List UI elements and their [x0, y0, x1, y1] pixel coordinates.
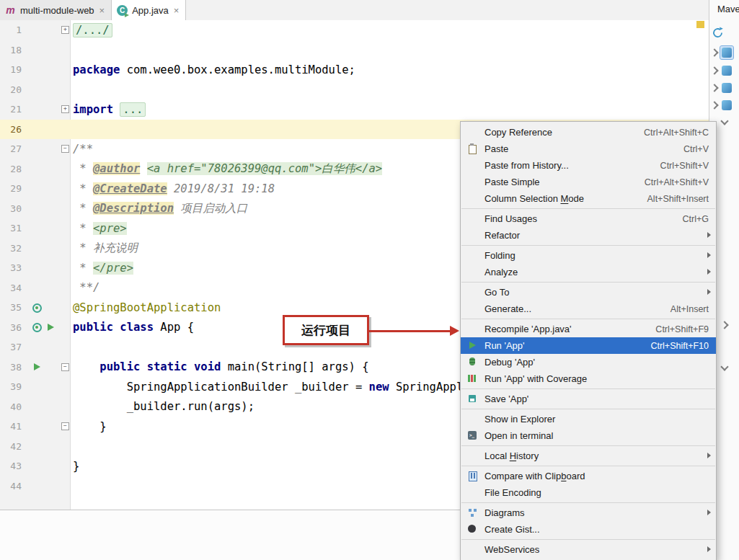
code-line[interactable]: 1+/.../	[0, 20, 709, 40]
line-number: 30	[0, 203, 27, 214]
run-icon[interactable]	[45, 321, 56, 333]
spring-icon[interactable]	[31, 302, 43, 314]
line-number: 32	[0, 243, 27, 254]
line-number: 19	[0, 64, 27, 75]
menu-item-copy-reference[interactable]: Copy ReferenceCtrl+Alt+Shift+C	[461, 124, 716, 141]
maven-refresh-icon[interactable]	[712, 27, 723, 38]
maven-module-row[interactable]	[712, 45, 733, 61]
menu-item-analyze[interactable]: Analyze	[461, 264, 716, 280]
fold-marker-icon[interactable]: −	[61, 363, 69, 371]
menu-item-label: Column Selection Mode	[484, 193, 584, 204]
gutter-icon-zone	[27, 302, 61, 314]
menu-shortcut: Ctrl+Shift+F10	[640, 341, 709, 351]
code-text: public static void main(String[] args) {	[73, 360, 369, 373]
maven-module-row[interactable]	[712, 63, 733, 79]
line-number: 40	[0, 401, 27, 412]
menu-shortcut: Ctrl+Shift+V	[650, 161, 709, 171]
code-text: _builder.run(args);	[73, 400, 255, 413]
maven-module-row[interactable]	[712, 97, 733, 113]
tab-multi-module-web[interactable]: m multi-module-web ×	[0, 0, 112, 20]
menu-item-create-gist[interactable]: Create Gist...	[461, 521, 716, 538]
maven-module-row[interactable]	[712, 80, 733, 96]
menu-item-open-in-terminal[interactable]: Open in terminal	[461, 427, 716, 444]
line-number: 34	[0, 283, 27, 293]
fold-marker-icon[interactable]: −	[61, 145, 69, 153]
maven-module-item[interactable]	[720, 99, 733, 112]
chevron-right-icon	[710, 66, 718, 74]
menu-separator	[461, 245, 715, 246]
menu-item-run-app[interactable]: Run 'App'Ctrl+Shift+F10	[461, 337, 716, 354]
save-icon	[466, 393, 478, 404]
line-number: 38	[0, 362, 27, 373]
line-number: 18	[0, 45, 27, 55]
menu-item-go-to[interactable]: Go To	[461, 284, 716, 301]
menu-item-show-in-explorer[interactable]: Show in Explorer	[461, 411, 716, 427]
menu-item-save-app[interactable]: Save 'App'	[461, 391, 716, 407]
menu-item-debug-app[interactable]: Debug 'App'	[461, 354, 716, 370]
menu-item-label: Run 'App' with Coverage	[484, 373, 587, 384]
spring-icon[interactable]	[31, 321, 43, 333]
menu-item-label: Find Usages	[484, 213, 537, 224]
menu-item-compare-with-clipboard[interactable]: Compare with Clipboard	[461, 468, 716, 484]
menu-item-webservices[interactable]: WebServices	[461, 541, 716, 558]
code-text: }	[73, 460, 79, 473]
code-line[interactable]: 21+import ...	[0, 99, 709, 120]
line-number: 1	[0, 25, 27, 35]
java-class-icon: C	[117, 5, 128, 16]
menu-separator	[461, 466, 715, 466]
code-text: public class App {	[73, 321, 194, 334]
menu-item-paste-from-history[interactable]: Paste from History...Ctrl+Shift+V	[461, 157, 716, 174]
menu-item-label: Run 'App'	[484, 340, 525, 351]
fold-marker-icon[interactable]: +	[61, 26, 69, 34]
menu-separator	[461, 388, 715, 389]
submenu-arrow-icon	[707, 546, 711, 552]
menu-item-recompile-app-java[interactable]: Recompile 'App.java'Ctrl+Shift+F9	[461, 321, 716, 337]
code-text: * 补充说明	[73, 241, 138, 256]
run-icon	[466, 339, 478, 351]
submenu-arrow-icon	[707, 252, 711, 258]
module-icon	[722, 48, 732, 58]
menu-shortcut: Ctrl+G	[673, 214, 709, 224]
fold-marker-icon[interactable]: +	[61, 105, 69, 113]
run-icon[interactable]	[31, 361, 43, 373]
fold-column: −	[61, 363, 73, 371]
run-project-callout: 运行项目	[283, 315, 369, 345]
menu-item-local-history[interactable]: Local History	[461, 448, 716, 464]
compare-clipboard-icon	[466, 470, 478, 481]
maven-module-item[interactable]	[720, 46, 733, 59]
maven-panel-title: Mave	[717, 4, 739, 14]
maven-module-item[interactable]	[720, 64, 733, 77]
menu-item-run-app-with-coverage[interactable]: Run 'App' with Coverage	[461, 370, 716, 387]
menu-item-label: Analyze	[484, 267, 518, 277]
maven-refresh-row[interactable]	[712, 25, 723, 40]
menu-item-label: Local History	[484, 450, 539, 461]
line-number: 26	[0, 124, 27, 135]
menu-item-paste[interactable]: PasteCtrl+V	[461, 141, 716, 157]
fold-marker-icon[interactable]: −	[61, 422, 69, 430]
tab-app-java[interactable]: C App.java ×	[112, 0, 186, 20]
maven-module-item[interactable]	[720, 81, 733, 94]
menu-item-refactor[interactable]: Refactor	[461, 227, 716, 244]
code-text: @SpringBootApplication	[73, 301, 221, 314]
code-line[interactable]: 18	[0, 40, 709, 61]
error-stripe-marker[interactable]	[696, 21, 704, 28]
menu-shortcut: Alt+Insert	[660, 304, 709, 314]
line-number: 21	[0, 104, 27, 115]
chevron-right-icon	[710, 48, 718, 56]
menu-shortcut: Ctrl+V	[673, 144, 709, 154]
menu-item-paste-simple[interactable]: Paste SimpleCtrl+Alt+Shift+V	[461, 174, 716, 190]
code-line[interactable]: 20	[0, 80, 709, 100]
menu-item-diagrams[interactable]: Diagrams	[461, 505, 716, 521]
code-line[interactable]: 19package com.wee0.box.examples.multiMod…	[0, 60, 709, 80]
menu-item-file-encoding[interactable]: File Encoding	[461, 484, 716, 501]
close-icon[interactable]: ×	[173, 6, 180, 15]
menu-item-generate[interactable]: Generate...Alt+Insert	[461, 301, 716, 317]
close-icon[interactable]: ×	[99, 6, 106, 15]
menu-item-folding[interactable]: Folding	[461, 247, 716, 264]
menu-item-column-selection-mode[interactable]: Column Selection ModeAlt+Shift+Insert	[461, 190, 716, 207]
menu-item-label: File Encoding	[484, 487, 541, 498]
code-text: }	[73, 420, 107, 433]
menu-item-find-usages[interactable]: Find UsagesCtrl+G	[461, 210, 716, 227]
line-number: 27	[0, 143, 27, 154]
menu-item-label: Generate...	[484, 303, 531, 314]
